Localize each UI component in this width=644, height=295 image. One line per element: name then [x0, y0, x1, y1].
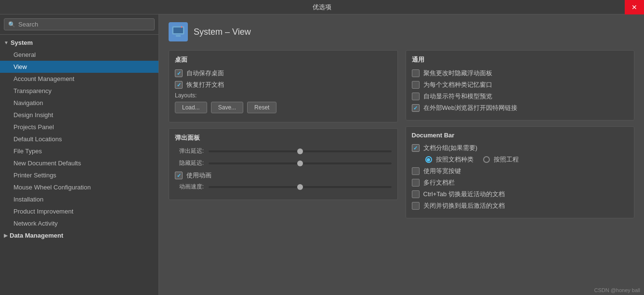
search-input[interactable] [18, 21, 150, 28]
doc-group-checkbox[interactable]: ✓ [412, 144, 420, 152]
popup-section: 弹出面板 弹出延迟: 隐藏延迟: [169, 128, 398, 200]
sidebar-item-file-types[interactable]: File Types [0, 145, 158, 157]
anim-speed-label: 动画速度: [175, 183, 204, 191]
open-web-checkbox[interactable]: ✓ [412, 104, 420, 112]
remember-window-checkbox[interactable] [412, 81, 420, 89]
open-web-check-icon: ✓ [413, 105, 418, 111]
sidebar-transparency-label: Transparency [13, 87, 52, 94]
sidebar-item-default-locations[interactable]: Default Locations [0, 133, 158, 145]
svg-point-4 [181, 27, 183, 28]
tree-arrow-data-management: ▶ [4, 233, 8, 238]
anim-speed-row: 动画速度: [175, 183, 392, 191]
auto-save-checkbox[interactable]: ✓ [175, 69, 183, 77]
popup-delay-track[interactable] [209, 150, 392, 152]
page-title: System – View [194, 27, 251, 37]
sidebar-item-account-management[interactable]: Account Management [0, 73, 158, 85]
auto-save-checkbox-row[interactable]: ✓ 自动保存桌面 [175, 69, 392, 78]
sidebar-item-new-document-defaults[interactable]: New Document Defaults [0, 157, 158, 169]
sidebar-item-mouse-wheel-configuration[interactable]: Mouse Wheel Configuration [0, 181, 158, 193]
radio-by-doc-type-inner [427, 158, 430, 161]
open-web-label: 在外部Web浏览器打开因特网链接 [423, 104, 518, 112]
use-animation-checkbox-row[interactable]: ✓ 使用动画 [175, 171, 392, 180]
sidebar-item-product-improvement[interactable]: Product Improvement [0, 205, 158, 217]
equal-width-checkbox[interactable] [412, 167, 420, 175]
radio-by-doc-type-label: 按照文档种类 [436, 155, 473, 164]
close-button[interactable]: ✕ [625, 0, 644, 14]
sidebar-product-improvement-label: Product Improvement [13, 208, 73, 215]
svg-rect-2 [176, 35, 181, 37]
auto-show-symbol-label: 自动显示符号和模型预览 [423, 92, 492, 101]
hide-delay-label: 隐藏延迟: [175, 159, 204, 167]
anim-speed-track[interactable] [209, 186, 392, 188]
use-animation-checkbox[interactable]: ✓ [175, 172, 183, 179]
anim-speed-thumb[interactable] [297, 184, 303, 190]
hide-panel-focus-row[interactable]: 聚焦更改时隐藏浮动面板 [412, 69, 629, 78]
sidebar-system-label: System [11, 39, 33, 46]
svg-rect-1 [173, 27, 183, 33]
sidebar-item-system[interactable]: ▼ System [0, 37, 158, 49]
multiline-row[interactable]: 多行文档栏 [412, 178, 629, 187]
svg-rect-3 [174, 37, 182, 38]
ctrl-tab-row[interactable]: Ctrl+Tab 切换最近活动的文档 [412, 190, 629, 199]
desktop-section: 桌面 ✓ 自动保存桌面 ✓ 恢复打开文档 Layouts: [169, 50, 398, 122]
tree-arrow-system: ▼ [4, 40, 9, 45]
radio-by-doc-type[interactable] [425, 156, 432, 163]
reset-button[interactable]: Reset [247, 102, 276, 113]
search-box[interactable]: 🔍 [4, 18, 155, 30]
load-button[interactable]: Load... [175, 102, 207, 113]
multiline-checkbox[interactable] [412, 179, 420, 187]
radio-by-project-row[interactable]: 按照工程 [483, 155, 519, 164]
use-animation-check-icon: ✓ [177, 173, 181, 179]
hide-panel-focus-checkbox[interactable] [412, 69, 420, 77]
layouts-buttons-row: Load... Save... Reset [175, 102, 392, 113]
page-header: System – View [169, 22, 634, 41]
auto-show-symbol-checkbox[interactable] [412, 93, 420, 100]
general-section-title: 通用 [412, 55, 629, 64]
open-web-row[interactable]: ✓ 在外部Web浏览器打开因特网链接 [412, 104, 629, 112]
doc-group-row[interactable]: ✓ 文档分组(如果需要) [412, 144, 629, 152]
sidebar-installation-label: Installation [13, 196, 43, 203]
sidebar-item-installation[interactable]: Installation [0, 193, 158, 205]
sidebar-item-design-insight[interactable]: Design Insight [0, 109, 158, 121]
sidebar-mouse-wheel-label: Mouse Wheel Configuration [13, 184, 91, 191]
close-to-last-row[interactable]: 关闭并切换到最后激活的文档 [412, 201, 629, 210]
auto-show-symbol-row[interactable]: 自动显示符号和模型预览 [412, 92, 629, 101]
equal-width-label: 使用等宽按键 [423, 167, 461, 175]
sidebar-item-projects-panel[interactable]: Projects Panel [0, 121, 158, 133]
doc-group-label: 文档分组(如果需要) [423, 144, 478, 152]
close-to-last-checkbox[interactable] [412, 202, 420, 210]
sidebar-item-transparency[interactable]: Transparency [0, 85, 158, 97]
sidebar-item-data-management[interactable]: ▶ Data Management [0, 229, 158, 241]
sidebar-account-label: Account Management [13, 75, 74, 82]
sidebar-general-label: General [13, 51, 36, 58]
sidebar-item-network-activity[interactable]: Network Activity [0, 217, 158, 229]
equal-width-row[interactable]: 使用等宽按键 [412, 167, 629, 175]
sidebar-item-printer-settings[interactable]: Printer Settings [0, 169, 158, 181]
popup-delay-thumb[interactable] [297, 148, 303, 154]
main-layout: 🔍 ▼ System General View Account Manageme… [0, 14, 644, 295]
close-to-last-label: 关闭并切换到最后激活的文档 [423, 201, 505, 210]
doc-group-check-icon: ✓ [413, 145, 418, 151]
sidebar-navigation-label: Navigation [13, 99, 43, 107]
sidebar-item-general[interactable]: General [0, 49, 158, 61]
use-animation-label: 使用动画 [186, 171, 211, 180]
popup-delay-label: 弹出延迟: [175, 147, 204, 155]
sidebar-file-types-label: File Types [13, 148, 42, 155]
sidebar-item-view[interactable]: View [0, 61, 158, 73]
ctrl-tab-checkbox[interactable] [412, 190, 420, 198]
save-button[interactable]: Save... [211, 102, 243, 113]
sidebar-printer-settings-label: Printer Settings [13, 172, 56, 179]
remember-window-label: 为每个文档种类记忆窗口 [423, 80, 492, 89]
sidebar-item-navigation[interactable]: Navigation [0, 97, 158, 109]
hide-delay-track[interactable] [209, 162, 392, 164]
restore-open-checkbox-row[interactable]: ✓ 恢复打开文档 [175, 80, 392, 89]
search-icon: 🔍 [8, 21, 15, 28]
restore-open-checkbox[interactable]: ✓ [175, 81, 183, 89]
remember-window-row[interactable]: 为每个文档种类记忆窗口 [412, 80, 629, 89]
radio-by-doc-type-row[interactable]: 按照文档种类 [425, 155, 473, 164]
content-area: System – View 桌面 ✓ 自动保存桌面 [159, 14, 644, 295]
watermark: CSDN @honey ball [594, 287, 640, 293]
radio-by-project[interactable] [483, 156, 490, 163]
sidebar-data-management-label: Data Management [10, 232, 63, 239]
hide-delay-thumb[interactable] [297, 161, 303, 166]
